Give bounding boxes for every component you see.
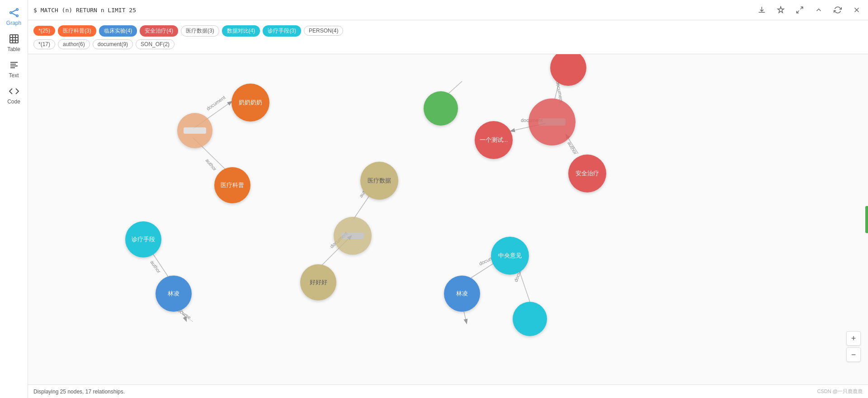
sidebar-item-graph-label: Graph xyxy=(6,20,21,26)
topbar: $ MATCH (n) RETURN n LIMIT 25 xyxy=(28,0,868,20)
filter-tag-sonof[interactable]: SON_OF(2) xyxy=(136,39,175,49)
close-icon xyxy=(853,6,861,14)
edge-label-n2-n1: document xyxy=(205,94,226,112)
filter-tag-star[interactable]: *(25) xyxy=(33,26,55,36)
edge-label-n4-n5: author xyxy=(149,259,162,274)
pin-icon xyxy=(777,6,785,14)
up-icon xyxy=(815,6,823,14)
svg-line-3 xyxy=(12,10,16,12)
pin-button[interactable] xyxy=(775,4,787,16)
graph-area[interactable]: document author author author document d… xyxy=(28,54,868,384)
node-n13-label: 安全治疗 xyxy=(576,170,599,177)
zoom-in-button[interactable]: + xyxy=(846,331,861,346)
text-icon xyxy=(9,60,19,70)
expand-icon xyxy=(796,6,804,14)
filter-tag-rel-star[interactable]: *(17) xyxy=(33,39,55,49)
node-n4-label: 诊疗手段 xyxy=(132,236,155,243)
watermark: CSDN @一只鹿鹿鹿 xyxy=(817,388,863,395)
svg-point-2 xyxy=(16,15,18,17)
close-button[interactable] xyxy=(851,4,863,16)
filter-tag-anquanzl[interactable]: 安全治疗(4) xyxy=(140,25,178,37)
node-n9[interactable] xyxy=(424,91,458,126)
download-icon xyxy=(758,6,766,14)
node-n2[interactable] xyxy=(177,113,212,148)
filter-tag-author[interactable]: author(6) xyxy=(58,39,90,49)
node-n10-label: 一个测试... xyxy=(480,136,508,144)
node-n3[interactable]: 医疗科普 xyxy=(214,167,250,203)
graph-icon xyxy=(9,7,19,18)
svg-point-0 xyxy=(10,12,12,14)
status-text: Displaying 25 nodes, 17 relationships. xyxy=(33,389,125,395)
node-n8-label: 好好好 xyxy=(310,279,327,286)
node-n6[interactable]: 医疗数据 xyxy=(360,162,398,200)
node-n10[interactable]: 一个测试... xyxy=(475,121,513,159)
filter-tag-zhenlysd[interactable]: 诊疗手段(3) xyxy=(263,25,301,37)
node-n14[interactable]: 中央意见 xyxy=(491,237,529,275)
node-n5[interactable]: 林凌 xyxy=(156,276,192,312)
node-n4[interactable]: 诊疗手段 xyxy=(125,221,161,258)
filter-row-2: *(17) author(6) document(9) SON_OF(2) xyxy=(33,39,863,49)
svg-line-15 xyxy=(797,11,799,13)
zoom-controls: + − xyxy=(846,331,861,362)
node-n11[interactable] xyxy=(528,98,576,145)
node-n16[interactable] xyxy=(513,302,547,336)
svg-line-14 xyxy=(801,7,803,9)
node-n14-label: 中央意见 xyxy=(498,252,522,259)
node-n7[interactable] xyxy=(334,217,372,255)
code-icon xyxy=(9,86,19,97)
expand-button[interactable] xyxy=(794,4,806,16)
statusbar: Displaying 25 nodes, 17 relationships. C… xyxy=(28,384,868,398)
refresh-button[interactable] xyxy=(832,4,844,16)
sidebar-item-code[interactable]: Code xyxy=(0,82,28,108)
node-n3-label: 医疗科普 xyxy=(221,182,244,189)
node-n6-label: 医疗数据 xyxy=(368,177,391,184)
node-n13[interactable]: 安全治疗 xyxy=(568,155,606,192)
filter-tag-yiliaosj[interactable]: 医疗数据(3) xyxy=(181,25,219,37)
topbar-actions xyxy=(756,4,863,16)
sidebar-item-table[interactable]: Table xyxy=(0,30,28,56)
node-n1-label: 奶奶奶奶 xyxy=(239,99,262,106)
filter-tag-shujudb[interactable]: 数据对比(4) xyxy=(222,25,260,37)
sidebar-item-graph[interactable]: Graph xyxy=(0,4,28,30)
filter-tag-document[interactable]: document(9) xyxy=(93,39,133,49)
refresh-icon xyxy=(834,6,842,14)
sidebar: Graph Table Text Code xyxy=(0,0,28,398)
download-button[interactable] xyxy=(756,4,768,16)
node-n15-label: 林凌 xyxy=(456,290,468,297)
query-text: $ MATCH (n) RETURN n LIMIT 25 xyxy=(33,7,756,14)
filterbar: *(25) 医疗科普(3) 临床实验(4) 安全治疗(4) 医疗数据(3) 数据… xyxy=(28,20,868,54)
node-n8[interactable]: 好好好 xyxy=(300,264,336,300)
filter-tag-person[interactable]: PERSON(4) xyxy=(304,26,343,36)
zoom-out-button[interactable]: − xyxy=(846,347,861,362)
sidebar-item-code-label: Code xyxy=(7,98,20,105)
node-n1[interactable]: 奶奶奶奶 xyxy=(231,84,269,122)
up-button[interactable] xyxy=(813,4,825,16)
svg-point-1 xyxy=(16,9,18,10)
edge-label-n13-n11: author xyxy=(566,140,578,155)
table-icon xyxy=(9,33,19,44)
filter-row-1: *(25) 医疗科普(3) 临床实验(4) 安全治疗(4) 医疗数据(3) 数据… xyxy=(33,25,863,37)
sidebar-item-table-label: Table xyxy=(7,46,20,52)
filter-tag-yiliaokep[interactable]: 医疗科普(3) xyxy=(58,25,96,37)
node-n7-label xyxy=(341,233,364,239)
sidebar-item-text[interactable]: Text xyxy=(0,56,28,82)
node-n15[interactable]: 林凌 xyxy=(444,276,480,312)
filter-tag-linchuangsy[interactable]: 临床实验(4) xyxy=(99,25,137,37)
node-n5-label: 林凌 xyxy=(168,290,179,297)
svg-line-4 xyxy=(12,13,16,15)
svg-rect-5 xyxy=(10,35,18,43)
right-edge-indicator xyxy=(865,206,868,233)
node-n11-label xyxy=(538,118,566,126)
node-n2-label xyxy=(184,127,206,134)
sidebar-item-text-label: Text xyxy=(9,72,19,79)
